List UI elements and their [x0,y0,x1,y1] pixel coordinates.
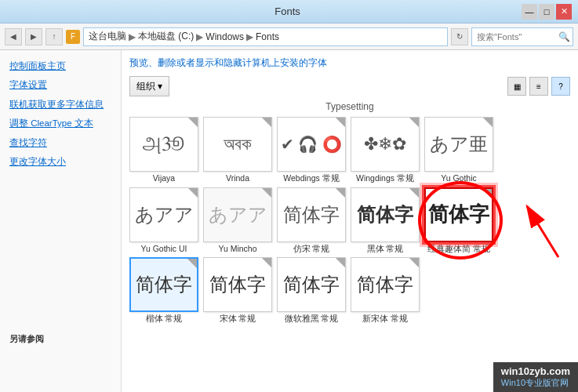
path-part-2: 本地磁盘 (C:) [138,30,194,43]
font-grid-row1: அ3ூ Vijaya অবক Vrinda ✔ 🎧 ⭕ Webdings 常规 [129,117,570,184]
font-grid-row2: あアア Yu Gothic UI あアア Yu Mincho 简体字 仿宋 常规 [129,187,570,255]
font-item-webdings[interactable]: ✔ 🎧 ⭕ Webdings 常规 [277,117,346,184]
toolbar-row: 组织 ▾ ▦ ≡ ? [129,76,570,96]
watermark-brand: Win10专业版官网 [501,377,570,389]
view-small-button[interactable]: ≡ [529,77,548,96]
watermark: win10zyb.com Win10专业版官网 [493,362,578,392]
organize-button[interactable]: 组织 ▾ [129,76,169,96]
font-item-songti[interactable]: 简体字 宋体 常规 [203,257,272,325]
font-label-heiti: 黑体 常规 [367,244,404,255]
font-item-heiti[interactable]: 简体字 黑体 常规 [351,187,420,255]
refresh-button[interactable]: ↻ [451,28,468,45]
path-part-3: Windows [205,31,244,42]
section-label: Typesetting [129,101,570,112]
font-item-kaiti[interactable]: 简体字 楷体 常规 [129,257,198,325]
close-button[interactable]: ✕ [556,4,572,20]
font-label-yumincho: Yu Mincho [218,244,256,255]
font-item-yugothicui[interactable]: あアア Yu Gothic UI [129,187,198,255]
up-button[interactable]: ↑ [45,28,63,45]
font-item-xinsong[interactable]: 简体字 新宋体 常规 [351,257,420,325]
font-item-jingdian[interactable]: 简体字 经典趣体简 常规 [424,187,493,255]
minimize-button[interactable]: — [522,4,537,20]
address-path[interactable]: 这台电脑 ▶ 本地磁盘 (C:) ▶ Windows ▶ Fonts [83,27,448,46]
path-part-1: 这台电脑 [89,30,126,43]
title-bar: Fonts — □ ✕ [0,0,578,24]
sidebar-link-cleartype[interactable]: 调整 ClearType 文本 [0,114,121,132]
search-input[interactable] [477,32,555,42]
font-label-yugothicui: Yu Gothic UI [141,244,187,255]
font-label-yahei: 微软雅黑 常规 [285,314,339,325]
font-label-fangsong: 仿宋 常规 [293,244,330,255]
maximize-button[interactable]: □ [539,4,554,20]
font-item-vrinda[interactable]: অবক Vrinda [203,117,272,184]
sidebar-link-font-size[interactable]: 更改字体大小 [0,152,121,171]
font-label-kaiti: 楷体 常规 [146,314,183,325]
font-item-fangsong[interactable]: 简体字 仿宋 常规 [277,187,346,255]
sidebar: 控制面板主页 字体设置 联机获取更多字体信息 调整 ClearType 文本 查… [0,50,122,392]
path-separator: ▶ [129,31,136,42]
description-row: 预览、删除或者显示和隐藏计算机上安装的字体 [129,56,570,70]
sidebar-link-font-settings[interactable]: 字体设置 [0,75,121,94]
description-text: 预览、删除或者显示和隐藏计算机上安装的字体 [129,57,327,68]
path-part-4: Fonts [256,31,279,42]
font-label-jingdian: 经典趣体简 常规 [427,244,490,255]
sidebar-link-get-fonts[interactable]: 联机获取更多字体信息 [0,95,121,114]
font-item-yahei[interactable]: 简体字 微软雅黑 常规 [277,257,346,325]
font-label-xinsong: 新宋体 常规 [362,314,408,325]
search-box[interactable]: 🔍 [471,27,573,46]
title-bar-text: Fonts [53,5,522,17]
font-item-wingdings[interactable]: ✤❄✿ Wingdings 常规 [351,117,420,184]
also-see-label: 另请参阅 [9,334,44,343]
path-separator-2: ▶ [196,31,203,42]
font-item-yumincho[interactable]: あアア Yu Mincho [203,187,272,255]
font-label-vrinda: Vrinda [226,173,249,184]
forward-button[interactable]: ▶ [25,28,42,45]
back-button[interactable]: ◀ [5,28,22,45]
folder-icon: F [66,30,80,44]
font-label-vijaya: Vijaya [153,173,175,184]
font-label-wingdings: Wingdings 常规 [356,173,414,184]
font-label-yugothic: Yu Gothic [441,173,477,184]
address-bar: ◀ ▶ ↑ F 这台电脑 ▶ 本地磁盘 (C:) ▶ Windows ▶ Fon… [0,24,578,50]
font-item-vijaya[interactable]: அ3ூ Vijaya [129,117,198,184]
also-see-section: 另请参阅 [9,333,44,345]
font-label-songti: 宋体 常规 [220,314,256,325]
view-controls: ▦ ≡ ? [507,77,570,96]
search-icon: 🔍 [558,31,570,42]
font-item-yugothic[interactable]: あア亜 Yu Gothic [424,117,493,184]
sidebar-link-home[interactable]: 控制面板主页 [0,56,121,75]
path-separator-3: ▶ [246,31,253,42]
watermark-url: win10zyb.com [501,365,570,377]
sidebar-link-find-char[interactable]: 查找字符 [0,133,121,152]
font-grid-row3: 简体字 楷体 常规 简体字 宋体 常规 简体字 微软雅黑 常规 [129,257,570,325]
view-large-button[interactable]: ▦ [507,77,526,96]
content-area: 预览、删除或者显示和隐藏计算机上安装的字体 组织 ▾ ▦ ≡ ? Typeset… [122,50,578,392]
help-button[interactable]: ? [551,77,570,96]
font-label-webdings: Webdings 常规 [283,173,339,184]
